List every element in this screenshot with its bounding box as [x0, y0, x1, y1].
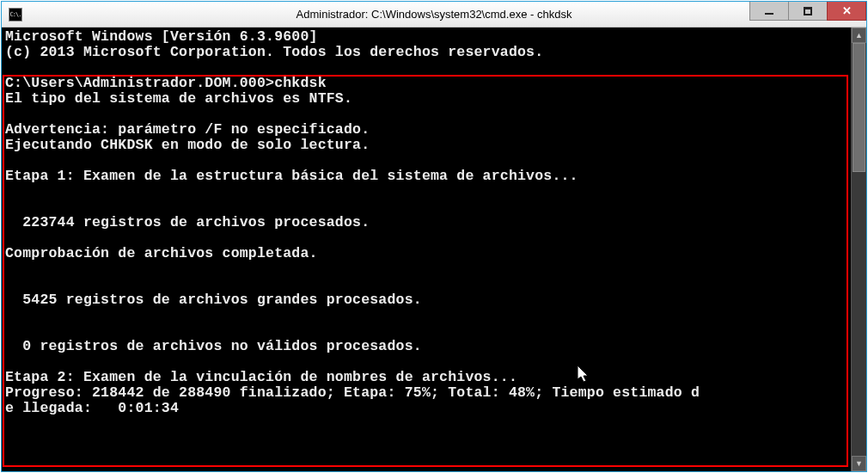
- line: (c) 2013 Microsoft Corporation. Todos lo…: [5, 44, 543, 60]
- line: Etapa 1: Examen de la estructura básica …: [5, 168, 578, 184]
- cmd-window: C:\. Administrador: C:\Windows\system32\…: [1, 1, 867, 472]
- line: 223744 registros de archivos procesados.: [5, 214, 370, 230]
- terminal-area[interactable]: Microsoft Windows [Versión 6.3.9600] (c)…: [2, 28, 866, 471]
- scroll-down-arrow-icon[interactable]: ▼: [852, 456, 866, 471]
- minimize-icon: [765, 13, 773, 15]
- window-controls: ✕: [750, 2, 866, 27]
- line: Advertencia: parámetro /F no especificad…: [5, 121, 370, 138]
- line: Progreso: 218442 de 288490 finalizado; E…: [5, 384, 700, 401]
- line: Ejecutando CHKDSK en modo de solo lectur…: [5, 137, 370, 153]
- terminal-output: Microsoft Windows [Versión 6.3.9600] (c)…: [2, 28, 866, 418]
- titlebar[interactable]: C:\. Administrador: C:\Windows\system32\…: [2, 2, 866, 28]
- maximize-button[interactable]: [788, 2, 828, 21]
- scroll-up-arrow-icon[interactable]: ▲: [852, 28, 866, 43]
- line: C:\Users\Administrador.DOM.000>chkdsk: [5, 75, 327, 91]
- close-button[interactable]: ✕: [827, 2, 866, 21]
- scroll-thumb[interactable]: [853, 43, 865, 172]
- cmd-icon: C:\.: [9, 8, 22, 22]
- line: e llegada: 0:01:34: [5, 400, 179, 416]
- close-icon: ✕: [842, 4, 852, 17]
- line: 0 registros de archivos no válidos proce…: [5, 338, 422, 354]
- vertical-scrollbar[interactable]: ▲ ▼: [851, 28, 866, 471]
- line: Comprobación de archivos completada.: [5, 245, 318, 261]
- line: El tipo del sistema de archivos es NTFS.: [5, 90, 352, 107]
- minimize-button[interactable]: [749, 2, 789, 21]
- maximize-icon: [804, 7, 812, 15]
- line: Etapa 2: Examen de la vinculación de nom…: [5, 369, 517, 385]
- window-title: Administrador: C:\Windows\system32\cmd.e…: [2, 8, 866, 21]
- line: Microsoft Windows [Versión 6.3.9600]: [5, 28, 318, 45]
- line: 5425 registros de archivos grandes proce…: [5, 292, 422, 308]
